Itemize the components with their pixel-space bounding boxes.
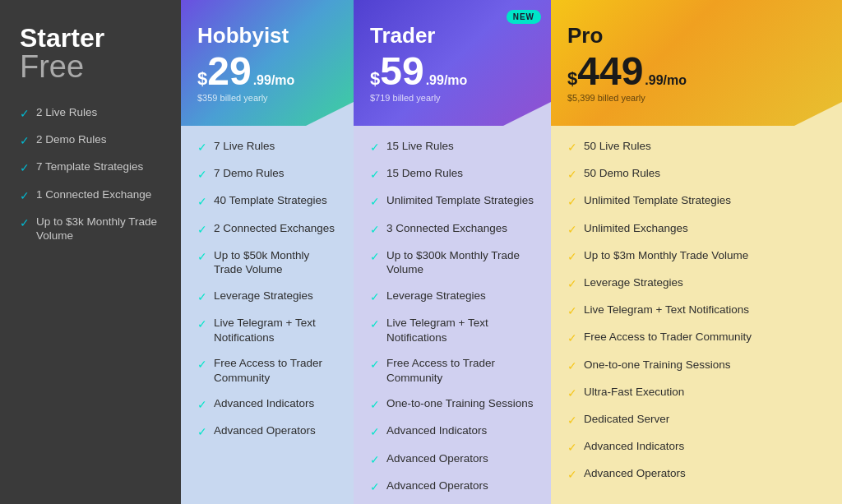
pro-header: Pro $ 449 .99/mo $5,399 billed yearly (551, 0, 842, 126)
pro-body: ✓50 Live Rules✓50 Demo Rules✓Unlimited T… (551, 126, 842, 504)
pro-price-suffix: .99/mo (645, 73, 687, 88)
check-icon: ✓ (370, 167, 380, 182)
check-icon: ✓ (197, 357, 207, 372)
feature-text: Unlimited Exchanges (584, 221, 688, 236)
list-item: ✓Advanced Indicators (370, 423, 534, 439)
list-item: ✓Free Access to Trader Community (370, 356, 534, 385)
list-item: ✓Dedicated Server (567, 412, 826, 428)
trader-header: NEW Trader $ 59 .99/mo $719 billed yearl… (354, 0, 551, 126)
list-item: ✓Advanced Indicators (567, 439, 826, 455)
check-icon: ✓ (20, 133, 30, 148)
list-item: ✓Unlimited Template Strategies (370, 193, 534, 209)
check-icon: ✓ (197, 317, 207, 331)
check-icon: ✓ (567, 222, 577, 237)
list-item: ✓One-to-one Training Sessions (567, 358, 826, 373)
list-item: ✓2 Connected Exchanges (197, 221, 337, 237)
check-icon: ✓ (567, 413, 577, 428)
check-icon: ✓ (197, 194, 207, 209)
list-item: ✓Free Access to Trader Community (197, 356, 337, 385)
list-item: ✓Unlimited Template Strategies (567, 193, 826, 209)
list-item: ✓Free Access to Trader Community (567, 330, 826, 345)
hobbyist-yearly: $359 billed yearly (197, 93, 337, 103)
check-icon: ✓ (567, 358, 577, 373)
check-icon: ✓ (370, 222, 380, 237)
list-item: ✓Leverage Strategies (197, 289, 337, 304)
trader-price-suffix: .99/mo (426, 73, 468, 88)
feature-text: Leverage Strategies (386, 289, 486, 303)
check-icon: ✓ (197, 289, 207, 304)
check-icon: ✓ (370, 479, 380, 494)
check-icon: ✓ (370, 249, 380, 264)
list-item: ✓Ultra-Fast Execution (567, 385, 826, 400)
trader-dollar: $ (370, 70, 380, 88)
hobbyist-price-row: $ 29 .99/mo (197, 52, 337, 91)
feature-text: Advanced Operators (386, 451, 488, 466)
check-icon: ✓ (20, 106, 30, 121)
hobbyist-body: ✓7 Live Rules✓7 Demo Rules✓40 Template S… (181, 126, 354, 504)
feature-text: Advanced Indicators (214, 396, 314, 411)
feature-text: 40 Template Strategies (214, 193, 327, 208)
check-icon: ✓ (197, 167, 207, 182)
hobbyist-price-suffix: .99/mo (253, 73, 295, 88)
check-icon: ✓ (20, 160, 30, 175)
pro-price-main: 449 (577, 52, 643, 91)
feature-text: Ultra-Fast Execution (584, 385, 684, 400)
feature-text: 15 Live Rules (386, 139, 454, 154)
feature-text: Up to $3k Monthly Trade Volume (36, 215, 161, 243)
check-icon: ✓ (370, 424, 380, 439)
list-item: ✓40 Template Strategies (197, 193, 337, 209)
feature-text: Advanced Operators (584, 466, 686, 481)
feature-text: Advanced Indicators (386, 423, 487, 438)
pro-yearly: $5,399 billed yearly (567, 93, 826, 103)
starter-column: Starter Free ✓2 Live Rules✓2 Demo Rules✓… (0, 0, 181, 504)
feature-text: Unlimited Template Strategies (584, 193, 731, 208)
check-icon: ✓ (197, 397, 207, 412)
list-item: ✓3 Connected Exchanges (370, 221, 534, 237)
list-item: ✓50 Demo Rules (567, 166, 826, 182)
list-item: ✓1 Connected Exchange (20, 187, 161, 203)
check-icon: ✓ (567, 167, 577, 182)
feature-text: Advanced Operators (214, 423, 316, 438)
hobbyist-column: Hobbyist $ 29 .99/mo $359 billed yearly … (181, 0, 354, 504)
feature-text: Dedicated Server (584, 412, 669, 427)
list-item: ✓2 Demo Rules (20, 132, 161, 148)
trader-price-row: $ 59 .99/mo (370, 52, 534, 91)
pro-dollar: $ (567, 70, 577, 88)
feature-text: Free Access to Trader Community (584, 330, 752, 344)
list-item: ✓Advanced Operators (197, 423, 337, 439)
list-item: ✓50 Live Rules (567, 139, 826, 155)
check-icon: ✓ (370, 397, 380, 412)
trader-body: ✓15 Live Rules✓15 Demo Rules✓Unlimited T… (354, 126, 551, 504)
list-item: ✓Advanced Operators (370, 451, 534, 467)
check-icon: ✓ (370, 452, 380, 467)
feature-text: 3 Connected Exchanges (386, 221, 507, 236)
list-item: ✓Live Telegram + Text Notifications (567, 303, 826, 318)
check-icon: ✓ (567, 467, 577, 482)
list-item: ✓Up to $300k Monthly Trade Volume (370, 248, 534, 277)
list-item: ✓Live Telegram + Text Notifications (370, 316, 534, 344)
check-icon: ✓ (370, 317, 380, 331)
check-icon: ✓ (20, 215, 30, 230)
new-badge: NEW (507, 10, 541, 24)
list-item: ✓Leverage Strategies (370, 289, 534, 304)
hobbyist-name: Hobbyist (197, 23, 337, 49)
feature-text: One-to-one Training Sessions (386, 396, 534, 411)
feature-text: 50 Live Rules (584, 139, 651, 154)
list-item: ✓15 Live Rules (370, 139, 534, 155)
trader-yearly: $719 billed yearly (370, 93, 534, 103)
feature-text: 1 Connected Exchange (36, 187, 151, 202)
trader-column: NEW Trader $ 59 .99/mo $719 billed yearl… (354, 0, 551, 504)
feature-text: Up to $50k Monthly Trade Volume (214, 248, 337, 277)
hobbyist-features: ✓7 Live Rules✓7 Demo Rules✓40 Template S… (197, 139, 337, 440)
check-icon: ✓ (567, 386, 577, 400)
feature-text: 2 Demo Rules (36, 132, 107, 147)
pricing-table: Starter Free ✓2 Live Rules✓2 Demo Rules✓… (0, 0, 842, 504)
hobbyist-price-main: 29 (207, 52, 251, 91)
list-item: ✓Advanced Operators (567, 466, 826, 482)
check-icon: ✓ (567, 194, 577, 209)
pro-column: Pro $ 449 .99/mo $5,399 billed yearly ✓5… (551, 0, 842, 504)
feature-text: 7 Template Strategies (36, 160, 143, 174)
list-item: ✓Advanced Indicators (197, 396, 337, 412)
feature-text: Live Telegram + Text Notifications (386, 316, 534, 344)
feature-text: Up to $300k Monthly Trade Volume (386, 248, 534, 277)
